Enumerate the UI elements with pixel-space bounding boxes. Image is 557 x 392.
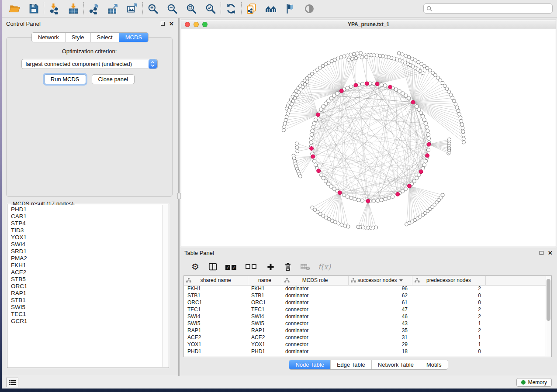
mcds-result-item[interactable]: PMA2 xyxy=(11,255,162,262)
cell-predecessor-nodes[interactable]: 1 xyxy=(412,334,485,341)
cell-name[interactable]: STB1 xyxy=(248,292,282,299)
toolbar-button-refresh[interactable] xyxy=(225,2,238,15)
toolbar-button-export-image[interactable] xyxy=(126,2,139,15)
tab-select[interactable]: Select xyxy=(91,33,119,42)
toolbar-button-zoom-selected[interactable] xyxy=(204,2,217,15)
column-header-MCDS-role[interactable]: MCDS role xyxy=(282,276,348,285)
mcds-result-item[interactable]: SRD1 xyxy=(11,248,162,255)
mcds-result-item[interactable]: FKH1 xyxy=(11,262,162,269)
table-row[interactable]: STB1STB1dominator620 xyxy=(184,292,551,299)
add-column-button[interactable] xyxy=(266,261,275,272)
cell-MCDS-role[interactable]: connector xyxy=(282,320,348,327)
float-table-panel-icon[interactable] xyxy=(540,251,543,255)
cell-predecessor-nodes[interactable]: 1 xyxy=(412,341,485,348)
cell-successor-nodes[interactable]: 62 xyxy=(348,292,412,299)
cell-shared-name[interactable]: RAP1 xyxy=(184,327,248,334)
table-row[interactable]: RAP1RAP1dominator352 xyxy=(184,327,551,334)
cell-shared-name[interactable]: FKH1 xyxy=(184,285,248,292)
table-row[interactable]: SWI4SWI4dominator462 xyxy=(184,313,551,320)
mcds-result-item[interactable]: STB5 xyxy=(11,276,162,283)
mcds-result-item[interactable]: STP4 xyxy=(11,220,162,227)
cell-shared-name[interactable]: TEC1 xyxy=(184,306,248,313)
cell-MCDS-role[interactable]: connector xyxy=(282,334,348,341)
mcds-result-item[interactable]: ACE2 xyxy=(11,269,162,276)
table-scrollbar[interactable] xyxy=(546,276,551,356)
toolbar-button-save-session[interactable] xyxy=(27,2,40,15)
cell-name[interactable]: YOX1 xyxy=(248,341,282,348)
close-table-panel-icon[interactable]: ✕ xyxy=(548,251,553,255)
mcds-result-item[interactable]: PHD1 xyxy=(11,206,162,213)
mcds-result-item[interactable]: TEC1 xyxy=(11,311,162,318)
mcds-result-item[interactable]: CAR1 xyxy=(11,213,162,220)
cell-MCDS-role[interactable]: connector xyxy=(282,306,348,313)
cell-name[interactable]: RAP1 xyxy=(248,327,282,334)
deselect-all-button[interactable] xyxy=(246,261,258,272)
sort-caret-icon[interactable] xyxy=(399,279,403,282)
mcds-result-item[interactable]: SWI4 xyxy=(11,241,162,248)
column-header-name[interactable]: name xyxy=(248,276,282,285)
table-row[interactable]: SWI5SWI5connector431 xyxy=(184,320,551,327)
table-mode-gear-button[interactable]: ⚙ xyxy=(190,261,200,272)
cell-MCDS-role[interactable]: dominator xyxy=(282,313,348,320)
cell-name[interactable]: TEC1 xyxy=(248,306,282,313)
cell-name[interactable]: ORC1 xyxy=(248,299,282,306)
table-row[interactable]: ORC1ORC1dominator610 xyxy=(184,299,551,306)
tab-edge-table[interactable]: Edge Table xyxy=(331,360,372,369)
column-header-shared-name[interactable]: shared name xyxy=(184,276,248,285)
tab-node-table[interactable]: Node Table xyxy=(289,360,331,369)
column-header-successor-nodes[interactable]: successor nodes xyxy=(348,276,412,285)
tab-network[interactable]: Network xyxy=(32,33,66,42)
column-header-predecessor-nodes[interactable]: predecessor nodes xyxy=(412,276,485,285)
cell-successor-nodes[interactable]: 47 xyxy=(348,306,412,313)
table-scrollbar-thumb[interactable] xyxy=(547,279,550,321)
cell-name[interactable]: ACE2 xyxy=(248,334,282,341)
toggle-split-pane-button[interactable] xyxy=(208,261,218,272)
delete-columns-button[interactable] xyxy=(283,261,293,272)
toolbar-button-export-table[interactable] xyxy=(107,2,120,15)
network-window-titlebar[interactable]: YPA_prune.txt_1 xyxy=(181,20,556,29)
cell-successor-nodes[interactable]: 46 xyxy=(348,313,412,320)
cell-shared-name[interactable]: ORC1 xyxy=(184,299,248,306)
select-all-button[interactable]: ✓✓ xyxy=(225,261,238,272)
cell-name[interactable]: PHD1 xyxy=(248,348,282,355)
tab-network-table[interactable]: Network Table xyxy=(372,360,420,369)
table-row[interactable]: TEC1TEC1connector472 xyxy=(184,306,551,313)
toolbar-button-import-table[interactable] xyxy=(67,2,80,15)
table-row[interactable]: YOX1YOX1connector291 xyxy=(184,341,551,348)
cell-MCDS-role[interactable]: dominator xyxy=(282,348,348,355)
cell-successor-nodes[interactable]: 18 xyxy=(348,348,412,355)
toolbar-button-first-neighbors[interactable] xyxy=(264,2,277,15)
cell-shared-name[interactable]: PHD1 xyxy=(184,348,248,355)
close-panel-button[interactable]: Close panel xyxy=(92,74,135,84)
cell-predecessor-nodes[interactable]: 1 xyxy=(412,320,485,327)
cell-MCDS-role[interactable]: dominator xyxy=(282,299,348,306)
cell-predecessor-nodes[interactable]: 2 xyxy=(412,327,485,334)
cell-name[interactable]: SWI5 xyxy=(248,320,282,327)
cell-shared-name[interactable]: ACE2 xyxy=(184,334,248,341)
search-input[interactable] xyxy=(434,6,550,12)
cell-MCDS-role[interactable]: dominator xyxy=(282,285,348,292)
cell-name[interactable]: FKH1 xyxy=(248,285,282,292)
cell-successor-nodes[interactable]: 61 xyxy=(348,299,412,306)
cell-predecessor-nodes[interactable]: 0 xyxy=(412,299,485,306)
mcds-result-item[interactable]: TID3 xyxy=(11,227,162,234)
splitter-grip[interactable] xyxy=(177,193,181,199)
toolbar-button-zoom-fit[interactable] xyxy=(185,2,198,15)
mcds-result-item[interactable]: SWI5 xyxy=(11,304,162,311)
mcds-result-item[interactable]: GCR1 xyxy=(11,318,162,325)
cell-successor-nodes[interactable]: 43 xyxy=(348,320,412,327)
cell-MCDS-role[interactable]: dominator xyxy=(282,327,348,334)
table-row[interactable]: FKH1FKH1dominator962 xyxy=(184,285,551,292)
search-box[interactable] xyxy=(423,3,553,14)
cell-predecessor-nodes[interactable]: 2 xyxy=(412,306,485,313)
cell-MCDS-role[interactable]: connector xyxy=(282,341,348,348)
mcds-result-item[interactable]: YOX1 xyxy=(11,234,162,241)
show-panels-list-button[interactable] xyxy=(6,378,18,387)
table-row[interactable]: ACE2ACE2connector311 xyxy=(184,334,551,341)
toolbar-button-open-session[interactable] xyxy=(8,2,21,15)
cell-name[interactable]: SWI4 xyxy=(248,313,282,320)
float-panel-icon[interactable] xyxy=(161,22,165,26)
result-list-scrollbar[interactable] xyxy=(162,205,168,367)
cell-successor-nodes[interactable]: 35 xyxy=(348,327,412,334)
toolbar-button-import-network[interactable] xyxy=(48,2,61,15)
